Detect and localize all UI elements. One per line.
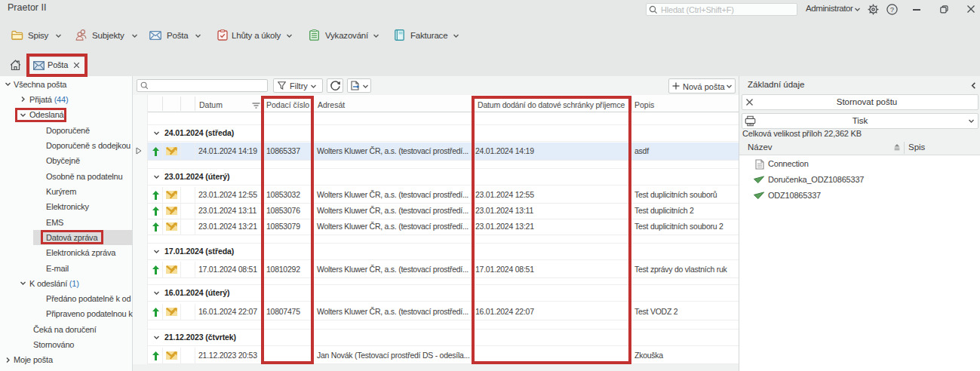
svg-text:?: ? <box>890 5 894 14</box>
